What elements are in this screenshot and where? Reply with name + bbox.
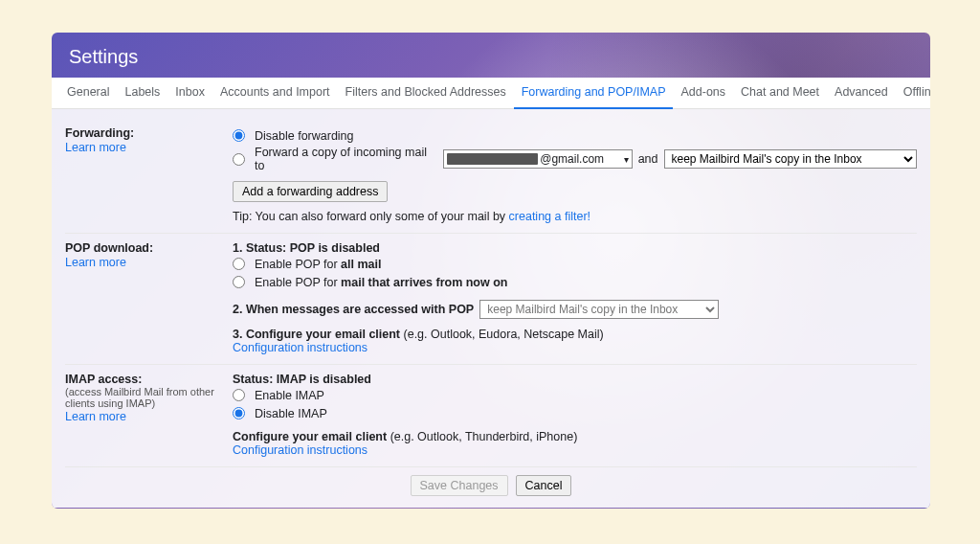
settings-tabs: GeneralLabelsInboxAccounts and ImportFil… (52, 78, 930, 109)
imap-enable-label[interactable]: Enable IMAP (255, 389, 324, 402)
section-imap: IMAP access: (access Mailbird Mail from … (65, 365, 917, 467)
forwarding-learn-more-link[interactable]: Learn more (65, 141, 126, 154)
settings-window: Settings GeneralLabelsInboxAccounts and … (52, 33, 930, 509)
save-changes-button[interactable]: Save Changes (411, 475, 508, 496)
pop-when-label: 2. When messages are accessed with POP (233, 303, 474, 316)
pop-enable-all-radio[interactable] (233, 258, 245, 270)
forwarding-tip: Tip: You can also forward only some of y… (233, 210, 917, 223)
pop-enable-new-radio[interactable] (233, 276, 245, 288)
imap-disable-label[interactable]: Disable IMAP (255, 407, 327, 420)
imap-enable-radio[interactable] (233, 389, 245, 401)
redacted-email (447, 153, 538, 165)
and-label: and (638, 152, 658, 166)
imap-subtitle: (access Mailbird Mail from other clients… (65, 386, 223, 409)
forwarding-keep-select[interactable]: keep Mailbird Mail's copy in the Inbox (664, 149, 918, 169)
imap-disable-radio[interactable] (233, 407, 245, 419)
disable-forwarding-radio[interactable] (233, 129, 245, 142)
tab-inbox[interactable]: Inbox (167, 78, 212, 109)
tab-forwarding-and-pop-imap[interactable]: Forwarding and POP/IMAP (514, 78, 674, 109)
page-title: Settings (52, 33, 930, 78)
cancel-button[interactable]: Cancel (516, 475, 572, 496)
pop-configure: 3. Configure your email client (e.g. Out… (233, 328, 917, 341)
pop-learn-more-link[interactable]: Learn more (65, 256, 126, 269)
chevron-down-icon: ▾ (624, 154, 629, 165)
tab-general[interactable]: General (59, 78, 117, 109)
tab-labels[interactable]: Labels (117, 78, 167, 109)
forwarding-address-select[interactable]: @gmail.com ▾ (443, 149, 632, 169)
pop-enable-new-label[interactable]: Enable POP for mail that arrives from no… (255, 276, 507, 289)
section-forwarding: Forwarding: Learn more Disable forwardin… (65, 119, 917, 234)
pop-when-select[interactable]: keep Mailbird Mail's copy in the Inbox (479, 300, 719, 319)
pop-config-instructions-link[interactable]: Configuration instructions (233, 341, 368, 354)
imap-learn-more-link[interactable]: Learn more (65, 410, 126, 423)
tab-filters-and-blocked-addresses[interactable]: Filters and Blocked Addresses (338, 78, 514, 109)
imap-title: IMAP access: (65, 373, 223, 386)
imap-configure: Configure your email client (e.g. Outloo… (233, 430, 917, 443)
enable-forwarding-radio[interactable] (233, 153, 245, 166)
tab-chat-and-meet[interactable]: Chat and Meet (733, 78, 827, 109)
tab-accounts-and-import[interactable]: Accounts and Import (212, 78, 338, 109)
pop-status: 1. Status: POP is disabled (233, 241, 917, 255)
pop-title: POP download: (65, 241, 223, 255)
forwarding-title: Forwarding: (65, 126, 223, 140)
tab-offline[interactable]: Offline (896, 78, 930, 109)
settings-panel: Forwarding: Learn more Disable forwardin… (52, 109, 930, 508)
tab-advanced[interactable]: Advanced (827, 78, 896, 109)
pop-enable-all-label[interactable]: Enable POP for all mail (255, 258, 382, 271)
section-pop: POP download: Learn more 1. Status: POP … (65, 234, 917, 365)
forward-copy-label[interactable]: Forward a copy of incoming mail to (255, 146, 437, 172)
tab-add-ons[interactable]: Add-ons (673, 78, 733, 109)
creating-filter-link[interactable]: creating a filter! (509, 210, 590, 223)
disable-forwarding-label[interactable]: Disable forwarding (255, 129, 354, 143)
footer-buttons: Save Changes Cancel (65, 467, 917, 502)
imap-config-instructions-link[interactable]: Configuration instructions (233, 443, 368, 457)
imap-status: Status: IMAP is disabled (233, 373, 917, 386)
add-forwarding-address-button[interactable]: Add a forwarding address (233, 181, 388, 202)
